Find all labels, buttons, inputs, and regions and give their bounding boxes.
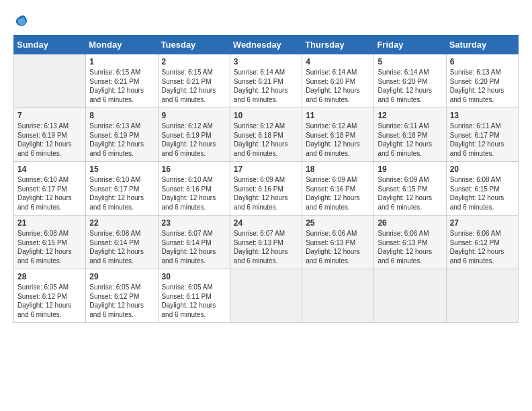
logo-icon bbox=[13, 13, 28, 28]
day-number: 30 bbox=[162, 272, 226, 281]
cell-info: Sunrise: 6:14 AMSunset: 6:20 PMDaylight:… bbox=[306, 68, 370, 104]
day-number: 6 bbox=[450, 57, 515, 66]
cell-info: Sunrise: 6:06 AMSunset: 6:12 PMDaylight:… bbox=[450, 229, 515, 265]
calendar-cell: 10Sunrise: 6:12 AMSunset: 6:18 PMDayligh… bbox=[230, 108, 302, 162]
cell-info: Sunrise: 6:09 AMSunset: 6:16 PMDaylight:… bbox=[234, 175, 298, 212]
cell-info: Sunrise: 6:15 AMSunset: 6:21 PMDaylight:… bbox=[162, 68, 226, 104]
calendar-cell: 22Sunrise: 6:08 AMSunset: 6:14 PMDayligh… bbox=[86, 216, 158, 269]
cell-info: Sunrise: 6:08 AMSunset: 6:15 PMDaylight:… bbox=[450, 175, 515, 212]
day-number: 20 bbox=[450, 165, 515, 174]
day-header-thursday: Thursday bbox=[302, 36, 374, 54]
day-number: 19 bbox=[378, 165, 442, 174]
calendar-cell: 18Sunrise: 6:09 AMSunset: 6:16 PMDayligh… bbox=[302, 162, 374, 216]
calendar-cell: 17Sunrise: 6:09 AMSunset: 6:16 PMDayligh… bbox=[230, 162, 302, 216]
calendar-cell: 11Sunrise: 6:12 AMSunset: 6:18 PMDayligh… bbox=[302, 108, 374, 162]
calendar-cell bbox=[446, 269, 518, 323]
calendar-cell: 9Sunrise: 6:12 AMSunset: 6:19 PMDaylight… bbox=[158, 108, 230, 162]
calendar-cell: 28Sunrise: 6:05 AMSunset: 6:12 PMDayligh… bbox=[14, 269, 86, 323]
day-header-friday: Friday bbox=[374, 36, 446, 54]
cell-info: Sunrise: 6:07 AMSunset: 6:14 PMDaylight:… bbox=[162, 229, 226, 265]
day-header-tuesday: Tuesday bbox=[158, 36, 230, 54]
day-header-wednesday: Wednesday bbox=[230, 36, 302, 54]
cell-info: Sunrise: 6:15 AMSunset: 6:21 PMDaylight:… bbox=[89, 68, 154, 104]
day-number: 13 bbox=[450, 111, 515, 120]
logo bbox=[13, 13, 31, 28]
calendar-cell: 4Sunrise: 6:14 AMSunset: 6:20 PMDaylight… bbox=[302, 54, 374, 108]
week-row-5: 28Sunrise: 6:05 AMSunset: 6:12 PMDayligh… bbox=[14, 269, 519, 323]
day-header-sunday: Sunday bbox=[14, 36, 86, 54]
day-number: 22 bbox=[89, 218, 154, 228]
calendar-cell: 19Sunrise: 6:09 AMSunset: 6:15 PMDayligh… bbox=[374, 162, 446, 216]
cell-info: Sunrise: 6:05 AMSunset: 6:11 PMDaylight:… bbox=[162, 283, 226, 319]
page-header bbox=[13, 13, 519, 28]
day-number: 17 bbox=[234, 165, 298, 174]
calendar-cell: 12Sunrise: 6:11 AMSunset: 6:18 PMDayligh… bbox=[374, 108, 446, 162]
cell-info: Sunrise: 6:09 AMSunset: 6:15 PMDaylight:… bbox=[378, 175, 442, 212]
day-number: 1 bbox=[89, 57, 154, 66]
calendar-cell: 8Sunrise: 6:13 AMSunset: 6:19 PMDaylight… bbox=[86, 108, 158, 162]
calendar-cell: 27Sunrise: 6:06 AMSunset: 6:12 PMDayligh… bbox=[446, 216, 518, 269]
day-number: 5 bbox=[378, 57, 442, 66]
cell-info: Sunrise: 6:08 AMSunset: 6:15 PMDaylight:… bbox=[17, 229, 82, 265]
cell-info: Sunrise: 6:09 AMSunset: 6:16 PMDaylight:… bbox=[306, 175, 370, 212]
calendar-cell: 26Sunrise: 6:06 AMSunset: 6:13 PMDayligh… bbox=[374, 216, 446, 269]
header-row: SundayMondayTuesdayWednesdayThursdayFrid… bbox=[14, 36, 519, 54]
calendar-cell: 30Sunrise: 6:05 AMSunset: 6:11 PMDayligh… bbox=[158, 269, 230, 323]
cell-info: Sunrise: 6:13 AMSunset: 6:20 PMDaylight:… bbox=[450, 68, 515, 104]
calendar-cell: 21Sunrise: 6:08 AMSunset: 6:15 PMDayligh… bbox=[14, 216, 86, 269]
cell-info: Sunrise: 6:06 AMSunset: 6:13 PMDaylight:… bbox=[306, 229, 370, 265]
calendar-cell: 5Sunrise: 6:14 AMSunset: 6:20 PMDaylight… bbox=[374, 54, 446, 108]
day-number: 9 bbox=[162, 111, 226, 120]
day-number: 29 bbox=[89, 272, 154, 281]
calendar-cell: 7Sunrise: 6:13 AMSunset: 6:19 PMDaylight… bbox=[14, 108, 86, 162]
week-row-3: 14Sunrise: 6:10 AMSunset: 6:17 PMDayligh… bbox=[14, 162, 519, 216]
day-number: 14 bbox=[17, 165, 82, 174]
cell-info: Sunrise: 6:10 AMSunset: 6:17 PMDaylight:… bbox=[89, 175, 154, 212]
cell-info: Sunrise: 6:13 AMSunset: 6:19 PMDaylight:… bbox=[17, 122, 82, 158]
calendar-cell: 20Sunrise: 6:08 AMSunset: 6:15 PMDayligh… bbox=[446, 162, 518, 216]
cell-info: Sunrise: 6:10 AMSunset: 6:17 PMDaylight:… bbox=[17, 175, 82, 212]
calendar-cell: 2Sunrise: 6:15 AMSunset: 6:21 PMDaylight… bbox=[158, 54, 230, 108]
cell-info: Sunrise: 6:14 AMSunset: 6:21 PMDaylight:… bbox=[234, 68, 298, 104]
day-number: 23 bbox=[162, 218, 226, 228]
calendar-cell bbox=[14, 54, 86, 108]
calendar-cell: 6Sunrise: 6:13 AMSunset: 6:20 PMDaylight… bbox=[446, 54, 518, 108]
week-row-1: 1Sunrise: 6:15 AMSunset: 6:21 PMDaylight… bbox=[14, 54, 519, 108]
calendar-cell: 13Sunrise: 6:11 AMSunset: 6:17 PMDayligh… bbox=[446, 108, 518, 162]
cell-info: Sunrise: 6:12 AMSunset: 6:18 PMDaylight:… bbox=[234, 122, 298, 158]
day-number: 2 bbox=[162, 57, 226, 66]
calendar-cell: 15Sunrise: 6:10 AMSunset: 6:17 PMDayligh… bbox=[86, 162, 158, 216]
day-number: 8 bbox=[89, 111, 154, 120]
cell-info: Sunrise: 6:07 AMSunset: 6:13 PMDaylight:… bbox=[234, 229, 298, 265]
day-number: 16 bbox=[162, 165, 226, 174]
day-number: 28 bbox=[17, 272, 82, 281]
day-number: 7 bbox=[17, 111, 82, 120]
cell-info: Sunrise: 6:12 AMSunset: 6:19 PMDaylight:… bbox=[162, 122, 226, 158]
calendar-table: SundayMondayTuesdayWednesdayThursdayFrid… bbox=[13, 35, 519, 323]
cell-info: Sunrise: 6:05 AMSunset: 6:12 PMDaylight:… bbox=[17, 283, 82, 319]
day-number: 15 bbox=[89, 165, 154, 174]
day-header-saturday: Saturday bbox=[446, 36, 518, 54]
cell-info: Sunrise: 6:11 AMSunset: 6:17 PMDaylight:… bbox=[450, 122, 515, 158]
day-number: 24 bbox=[234, 218, 298, 228]
day-number: 27 bbox=[450, 218, 515, 228]
calendar-cell bbox=[230, 269, 302, 323]
cell-info: Sunrise: 6:10 AMSunset: 6:16 PMDaylight:… bbox=[162, 175, 226, 212]
calendar-cell: 29Sunrise: 6:05 AMSunset: 6:12 PMDayligh… bbox=[86, 269, 158, 323]
cell-info: Sunrise: 6:11 AMSunset: 6:18 PMDaylight:… bbox=[378, 122, 442, 158]
cell-info: Sunrise: 6:13 AMSunset: 6:19 PMDaylight:… bbox=[89, 122, 154, 158]
day-number: 26 bbox=[378, 218, 442, 228]
calendar-cell: 23Sunrise: 6:07 AMSunset: 6:14 PMDayligh… bbox=[158, 216, 230, 269]
calendar-cell: 25Sunrise: 6:06 AMSunset: 6:13 PMDayligh… bbox=[302, 216, 374, 269]
day-number: 21 bbox=[17, 218, 82, 228]
week-row-4: 21Sunrise: 6:08 AMSunset: 6:15 PMDayligh… bbox=[14, 216, 519, 269]
day-number: 4 bbox=[306, 57, 370, 66]
cell-info: Sunrise: 6:08 AMSunset: 6:14 PMDaylight:… bbox=[89, 229, 154, 265]
calendar-cell bbox=[302, 269, 374, 323]
calendar-cell: 3Sunrise: 6:14 AMSunset: 6:21 PMDaylight… bbox=[230, 54, 302, 108]
day-number: 18 bbox=[306, 165, 370, 174]
day-number: 3 bbox=[234, 57, 298, 66]
cell-info: Sunrise: 6:12 AMSunset: 6:18 PMDaylight:… bbox=[306, 122, 370, 158]
cell-info: Sunrise: 6:06 AMSunset: 6:13 PMDaylight:… bbox=[378, 229, 442, 265]
day-number: 10 bbox=[234, 111, 298, 120]
